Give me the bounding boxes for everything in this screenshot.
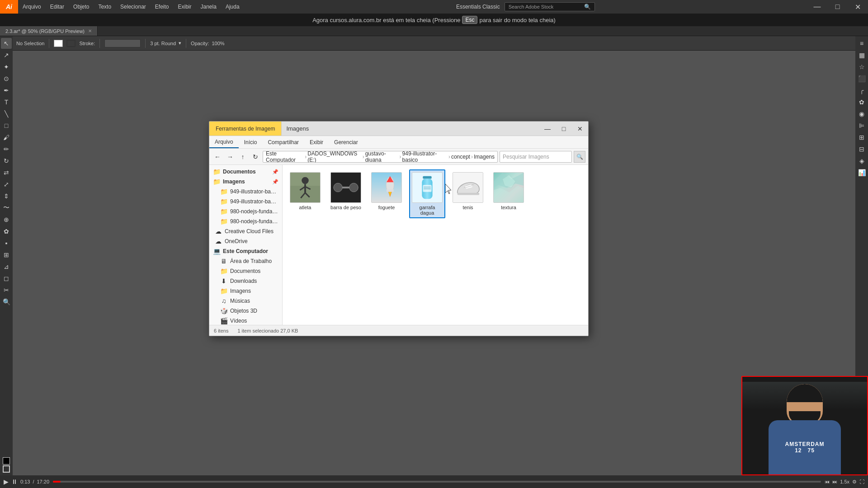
menu-editar[interactable]: Editar xyxy=(46,0,69,14)
stroke-swatch[interactable] xyxy=(66,40,75,47)
fullscreen-icon[interactable]: ⛶ xyxy=(859,479,864,484)
sidebar-item-documentos-pinned[interactable]: 📁 Documentos 📌 xyxy=(209,167,282,177)
sidebar-item-949-23[interactable]: 📁 949-illustrator-basico-aula 2.3 xyxy=(209,197,282,206)
transform-panel[interactable]: ⊞ xyxy=(856,132,867,143)
sidebar-item-imagens[interactable]: 📁 Imagens xyxy=(209,286,282,296)
file-item-tenis[interactable]: tenis xyxy=(450,169,486,218)
minimize-button[interactable]: — xyxy=(807,0,827,14)
reflect-tool[interactable]: ⇄ xyxy=(1,167,12,178)
skip-forward-icon[interactable]: ⏭ xyxy=(832,479,837,484)
file-item-textura[interactable]: textura xyxy=(491,169,527,218)
search-bar[interactable]: Pesquisar Imagens xyxy=(500,151,572,163)
width-tool[interactable]: ⇕ xyxy=(1,191,12,202)
pen-tool[interactable]: ✒ xyxy=(1,85,12,96)
sidebar-item-desktop[interactable]: 🖥 Área de Trabalho xyxy=(209,256,282,266)
warp-tool[interactable]: 〜 xyxy=(1,202,12,213)
menu-arquivo[interactable]: Arquivo xyxy=(18,0,46,14)
swatches-panel[interactable]: ⬛ xyxy=(856,73,867,84)
forward-button[interactable]: → xyxy=(225,151,236,162)
file-item-barra[interactable]: barra de peso xyxy=(328,169,364,218)
sidebar-item-980-2[interactable]: 📁 980-nodejs-fundamentos-vide xyxy=(209,216,282,226)
close-button[interactable]: ✕ xyxy=(848,0,868,14)
refresh-button[interactable]: ↻ xyxy=(250,151,261,162)
file-item-foguete[interactable]: foguete xyxy=(368,169,405,218)
sidebar-item-downloads[interactable]: ⬇ Downloads xyxy=(209,276,282,286)
properties-panel[interactable]: ▦ xyxy=(856,50,867,61)
menu-efeito[interactable]: Efeito xyxy=(151,0,174,14)
symbols-panel[interactable]: ✿ xyxy=(856,97,867,108)
sidebar-item-musicas[interactable]: ♫ Músicas xyxy=(209,296,282,306)
pencil-tool[interactable]: ✏ xyxy=(1,144,12,155)
blend-tool[interactable]: ⊕ xyxy=(1,214,12,225)
dialog-minimize[interactable]: — xyxy=(539,122,556,136)
magic-wand-tool[interactable]: ✦ xyxy=(1,61,12,72)
lasso-tool[interactable]: ⊙ xyxy=(1,73,12,84)
sidebar-item-videos[interactable]: 🎬 Vídeos xyxy=(209,316,282,325)
line-tool[interactable]: ╲ xyxy=(1,108,12,119)
menu-gerenciar[interactable]: Gerenciar xyxy=(329,136,363,148)
sidebar-item-3d[interactable]: 🎲 Objetos 3D xyxy=(209,306,282,316)
menu-texto[interactable]: Texto xyxy=(94,0,116,14)
menu-janela[interactable]: Janela xyxy=(196,0,221,14)
dropdown-arrow[interactable]: ▾ xyxy=(179,40,181,46)
shape-tool[interactable]: □ xyxy=(1,120,12,131)
column-tool[interactable]: ▪ xyxy=(1,238,12,249)
brushes-panel[interactable]: ╭ xyxy=(856,85,867,96)
skip-back-icon[interactable]: ⏮ xyxy=(825,479,830,484)
menu-arquivo[interactable]: Arquivo xyxy=(209,136,239,148)
menu-selecionar[interactable]: Selecionar xyxy=(116,0,151,14)
align-panel[interactable]: ⊫ xyxy=(856,120,867,131)
fill-swatch[interactable] xyxy=(54,40,63,47)
libraries-panel[interactable]: ☆ xyxy=(856,61,867,72)
sidebar-item-computer[interactable]: 💻 Este Computador xyxy=(209,246,282,256)
type-tool[interactable]: T xyxy=(1,97,12,108)
menu-compartilhar[interactable]: Compartilhar xyxy=(262,136,304,148)
play-button[interactable]: ▶ xyxy=(4,478,9,485)
settings-icon[interactable]: ⚙ xyxy=(852,479,857,485)
dialog-maximize[interactable]: □ xyxy=(556,122,572,136)
scale-tool[interactable]: ⤢ xyxy=(1,179,12,190)
eraser-tool[interactable]: ◻ xyxy=(1,273,12,284)
pause-button[interactable]: ⏸ xyxy=(11,478,18,485)
tab-ferramentas-imagem[interactable]: Ferramentas de Imagem xyxy=(209,122,282,136)
graphic-styles[interactable]: ◉ xyxy=(856,108,867,119)
breadcrumb[interactable]: Este Computador › DADOS_WINDOWS (E:) › g… xyxy=(263,151,498,163)
menu-exibir[interactable]: Exibir xyxy=(304,136,329,148)
artboard-tool[interactable]: ⊞ xyxy=(1,249,12,260)
rotate-tool[interactable]: ↻ xyxy=(1,155,12,166)
stroke-color[interactable] xyxy=(3,465,10,473)
up-button[interactable]: ↑ xyxy=(237,151,248,162)
fill-color[interactable] xyxy=(3,457,10,465)
pathfinder-panel[interactable]: ⊟ xyxy=(856,144,867,155)
menu-exibir[interactable]: Exibir xyxy=(173,0,196,14)
zoom-tool[interactable]: 🔍 xyxy=(1,296,12,307)
slice-tool[interactable]: ⊿ xyxy=(1,261,12,272)
sidebar-item-onedrive[interactable]: ☁ OneDrive xyxy=(209,236,282,246)
stroke-bar[interactable] xyxy=(104,39,141,47)
symbol-tool[interactable]: ✿ xyxy=(1,226,12,237)
paintbrush-tool[interactable]: 🖌 xyxy=(1,132,12,143)
sidebar-item-imagens-pinned[interactable]: 📁 Imagens 📌 xyxy=(209,177,282,187)
menu-inicio[interactable]: Início xyxy=(239,136,263,148)
menu-objeto[interactable]: Objeto xyxy=(69,0,94,14)
search-icon-button[interactable]: 🔍 xyxy=(574,151,585,163)
timeline[interactable] xyxy=(53,481,821,483)
sidebar-item-980-1[interactable]: 📁 980-nodejs-fundamentos-vide xyxy=(209,206,282,216)
document-tab[interactable]: 2.3.ar* @ 50% (RGB/GPU Preview) ✕ xyxy=(0,26,98,36)
chart-panel[interactable]: 📊 xyxy=(856,167,867,178)
sidebar-item-docs[interactable]: 📁 Documentos xyxy=(209,266,282,276)
sidebar-item-949-22[interactable]: 📁 949-illustrator-basico-aula 2.2 xyxy=(209,187,282,197)
back-button[interactable]: ← xyxy=(212,151,223,162)
file-item-atleta[interactable]: atleta xyxy=(287,169,323,218)
scissors-tool[interactable]: ✂ xyxy=(1,285,12,296)
tab-close-icon[interactable]: ✕ xyxy=(88,28,92,33)
layers-panel[interactable]: ≡ xyxy=(856,38,867,49)
select-tool[interactable]: ↖ xyxy=(1,38,12,49)
restore-button[interactable]: □ xyxy=(827,0,848,14)
appearance-panel[interactable]: ◈ xyxy=(856,155,867,166)
menu-ajuda[interactable]: Ajuda xyxy=(221,0,244,14)
direct-select-tool[interactable]: ↗ xyxy=(1,50,12,61)
dialog-close[interactable]: ✕ xyxy=(572,122,588,136)
sidebar-item-creative-cloud[interactable]: ☁ Creative Cloud Files xyxy=(209,226,282,236)
file-item-garrafa[interactable]: garrafa dagua xyxy=(409,169,445,218)
